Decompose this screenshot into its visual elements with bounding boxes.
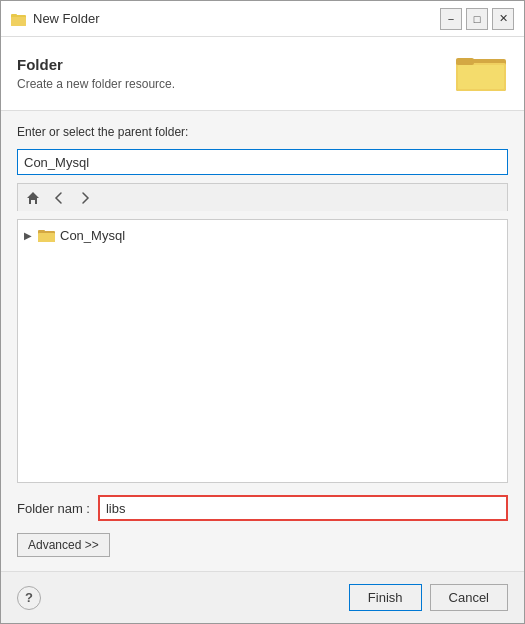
header-subtitle: Create a new folder resource. [17, 77, 175, 91]
content-area: Enter or select the parent folder: [1, 111, 524, 571]
help-button[interactable]: ? [17, 586, 41, 610]
dialog-icon [11, 11, 27, 27]
new-folder-dialog: New Folder − □ ✕ Folder Create a new fol… [0, 0, 525, 624]
title-bar-controls: − □ ✕ [440, 8, 514, 30]
tree-forward-button[interactable] [74, 188, 96, 208]
title-bar: New Folder − □ ✕ [1, 1, 524, 37]
header-section: Folder Create a new folder resource. [1, 37, 524, 111]
expand-arrow-icon: ▶ [24, 230, 38, 241]
svg-rect-1 [11, 17, 26, 26]
tree-back-button[interactable] [48, 188, 70, 208]
svg-rect-9 [38, 230, 45, 233]
tree-toolbar [17, 183, 508, 211]
finish-button[interactable]: Finish [349, 584, 422, 611]
tree-area: ▶ Con_Mysql [17, 219, 508, 483]
svg-rect-5 [456, 58, 474, 65]
tree-home-button[interactable] [22, 188, 44, 208]
parent-folder-label: Enter or select the parent folder: [17, 125, 508, 139]
tree-folder-icon [38, 227, 56, 243]
cancel-button[interactable]: Cancel [430, 584, 508, 611]
folder-large-icon [456, 51, 508, 96]
bottom-bar: ? Finish Cancel [1, 571, 524, 623]
svg-rect-6 [458, 65, 504, 89]
parent-folder-input[interactable] [17, 149, 508, 175]
folder-name-label: Folder nam : [17, 501, 90, 516]
close-button[interactable]: ✕ [492, 8, 514, 30]
svg-rect-2 [11, 14, 17, 17]
folder-name-section: Folder nam : [17, 495, 508, 521]
dialog-title: New Folder [33, 11, 440, 26]
action-buttons: Finish Cancel [349, 584, 508, 611]
header-text: Folder Create a new folder resource. [17, 56, 175, 91]
minimize-button[interactable]: − [440, 8, 462, 30]
advanced-button[interactable]: Advanced >> [17, 533, 110, 557]
maximize-button[interactable]: □ [466, 8, 488, 30]
svg-rect-8 [38, 233, 55, 242]
folder-name-input[interactable] [98, 495, 508, 521]
tree-item-label: Con_Mysql [60, 228, 125, 243]
header-title: Folder [17, 56, 175, 73]
tree-item-con-mysql[interactable]: ▶ Con_Mysql [18, 224, 507, 246]
